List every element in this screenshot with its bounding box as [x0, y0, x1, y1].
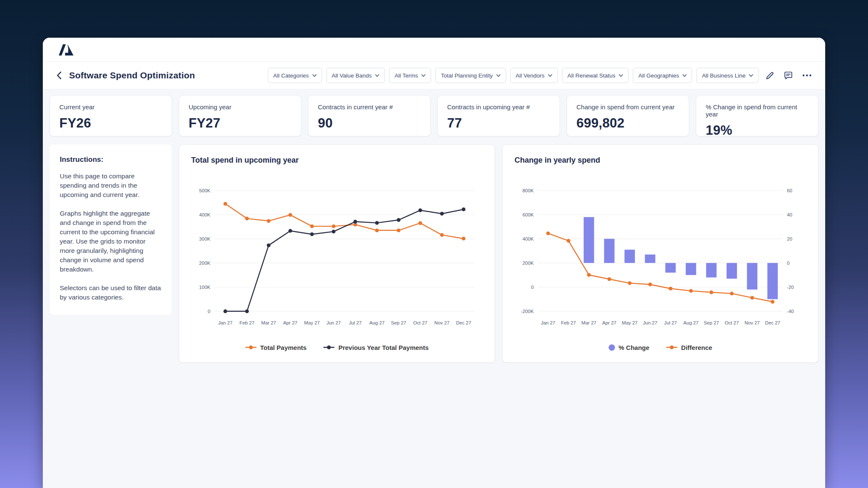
chevron-down-icon [312, 74, 317, 77]
total-spend-chart: 0100K200K300K400K500KJan 27Feb 27Mar 27A… [191, 172, 483, 342]
svg-text:-40: -40 [787, 309, 794, 314]
kpi-card-change-in-spend: Change in spend from current year 699,80… [567, 95, 689, 136]
svg-text:Feb 27: Feb 27 [561, 320, 576, 325]
kpi-label: Contracts in upcoming year # [447, 103, 550, 111]
filter-all-vendors[interactable]: All Vendors [510, 68, 558, 83]
chart-title: Total spend in upcoming year [191, 156, 483, 165]
svg-text:Aug 27: Aug 27 [683, 320, 698, 325]
svg-text:-20: -20 [787, 285, 794, 290]
kpi-value: FY26 [59, 116, 162, 131]
filter-all-value-bands[interactable]: All Value Bands [326, 68, 385, 83]
svg-text:400K: 400K [523, 236, 534, 241]
svg-text:Nov 27: Nov 27 [434, 320, 450, 325]
instructions-paragraph: Use this page to compare spending and tr… [60, 172, 161, 200]
svg-text:-200K: -200K [521, 309, 534, 314]
filter-all-geographies[interactable]: All Geographies [633, 68, 692, 83]
instructions-panel: Instructions: Use this page to compare s… [50, 144, 172, 315]
total-spend-chart-card: Total spend in upcoming year 0100K200K30… [179, 144, 495, 363]
svg-text:0: 0 [531, 285, 534, 290]
chart-title: Change in yearly spend [515, 156, 806, 165]
kpi-card-pct-change-in-spend: % Change in spend from current year 19% [696, 95, 818, 136]
chevron-down-icon [496, 74, 501, 77]
legend-item: Total Payments [245, 344, 307, 351]
svg-text:May 27: May 27 [622, 320, 637, 325]
filter-total-planning-entity[interactable]: Total Planning Entity [435, 68, 506, 83]
svg-text:40: 40 [787, 212, 793, 217]
svg-text:Jul 27: Jul 27 [664, 320, 677, 325]
svg-text:Jun 27: Jun 27 [643, 320, 657, 325]
edit-button[interactable] [763, 69, 777, 83]
svg-text:400K: 400K [199, 212, 211, 217]
kpi-card-upcoming-year: Upcoming year FY27 [179, 95, 301, 136]
kpi-value: 699,802 [576, 116, 679, 131]
legend-line-marker [666, 345, 677, 350]
kpi-value: 90 [318, 116, 421, 131]
instructions-paragraph: Selectors can be used to filter data by … [60, 283, 161, 302]
chevron-down-icon [619, 74, 623, 77]
svg-text:Apr 27: Apr 27 [283, 320, 297, 325]
svg-text:20: 20 [787, 236, 793, 241]
filter-label: All Categories [273, 72, 309, 79]
yearly-change-chart-legend: % ChangeDifference [515, 342, 806, 353]
legend-label: Total Payments [260, 344, 307, 351]
filter-all-business-line[interactable]: All Business Line [696, 68, 759, 83]
instructions-heading: Instructions: [60, 155, 161, 164]
app-header [43, 38, 825, 62]
kpi-label: Current year [59, 103, 162, 111]
svg-text:100K: 100K [199, 285, 211, 290]
chevron-down-icon [421, 74, 426, 77]
chevron-down-icon [548, 74, 552, 77]
svg-text:Apr 27: Apr 27 [602, 320, 616, 325]
filter-label: All Vendors [516, 72, 545, 79]
back-button[interactable] [54, 69, 64, 81]
filter-label: Total Planning Entity [441, 72, 492, 79]
legend-item: Difference [666, 344, 712, 351]
legend-label: Difference [681, 344, 712, 351]
filter-label: All Value Bands [332, 72, 372, 79]
filter-all-renewal-status[interactable]: All Renewal Status [562, 68, 629, 83]
svg-text:Jun 27: Jun 27 [326, 320, 341, 325]
filter-label: All Business Line [702, 72, 746, 79]
svg-text:Jan 27: Jan 27 [218, 320, 233, 325]
yearly-change-chart: -200K0200K400K600K800K-40-200204060Jan 2… [515, 172, 806, 342]
svg-text:Jul 27: Jul 27 [349, 320, 362, 325]
svg-text:0: 0 [208, 309, 210, 314]
more-options-button[interactable] [800, 72, 814, 79]
yearly-change-chart-card: Change in yearly spend -200K0200K400K600… [502, 144, 818, 363]
kpi-card-contracts-current: Contracts in current year # 90 [308, 95, 431, 136]
comment-button[interactable] [781, 69, 796, 83]
chevron-left-icon [56, 71, 62, 80]
svg-text:500K: 500K [199, 188, 211, 193]
svg-text:800K: 800K [523, 188, 534, 193]
svg-text:600K: 600K [523, 212, 534, 217]
filter-label: All Terms [395, 72, 418, 79]
kpi-value: 19% [706, 123, 809, 138]
title-bar: Software Spend Optimization All Categori… [43, 62, 825, 89]
kpi-value: FY27 [189, 116, 292, 131]
svg-text:0: 0 [787, 261, 790, 266]
svg-text:Sep 27: Sep 27 [704, 320, 719, 325]
dashboard-body: Current year FY26 Upcoming year FY27 Con… [43, 89, 825, 363]
svg-text:Dec 27: Dec 27 [456, 320, 471, 325]
svg-text:Mar 27: Mar 27 [261, 320, 276, 325]
charts-row: Instructions: Use this page to compare s… [50, 144, 818, 363]
filter-all-terms[interactable]: All Terms [389, 68, 431, 83]
svg-text:200K: 200K [523, 261, 534, 266]
comment-icon [784, 71, 793, 80]
app-logo-icon [58, 43, 74, 56]
svg-text:Aug 27: Aug 27 [369, 320, 384, 325]
filter-all-categories[interactable]: All Categories [268, 68, 322, 83]
kpi-label: Change in spend from current year [576, 103, 679, 111]
instructions-paragraph: Graphs highlight the aggregate and chang… [60, 209, 161, 274]
filter-label: All Renewal Status [568, 72, 615, 79]
edit-pencil-icon [765, 71, 774, 80]
svg-text:May 27: May 27 [304, 320, 320, 325]
svg-text:Oct 27: Oct 27 [725, 320, 739, 325]
svg-text:Nov 27: Nov 27 [745, 320, 760, 325]
filter-toolbar: All Categories All Value Bands All Terms… [268, 68, 814, 83]
chevron-down-icon [682, 74, 687, 77]
kpi-label: Contracts in current year # [318, 103, 421, 111]
kpi-label: Upcoming year [189, 103, 292, 111]
chevron-down-icon [375, 74, 379, 77]
legend-dot-marker [609, 344, 615, 351]
